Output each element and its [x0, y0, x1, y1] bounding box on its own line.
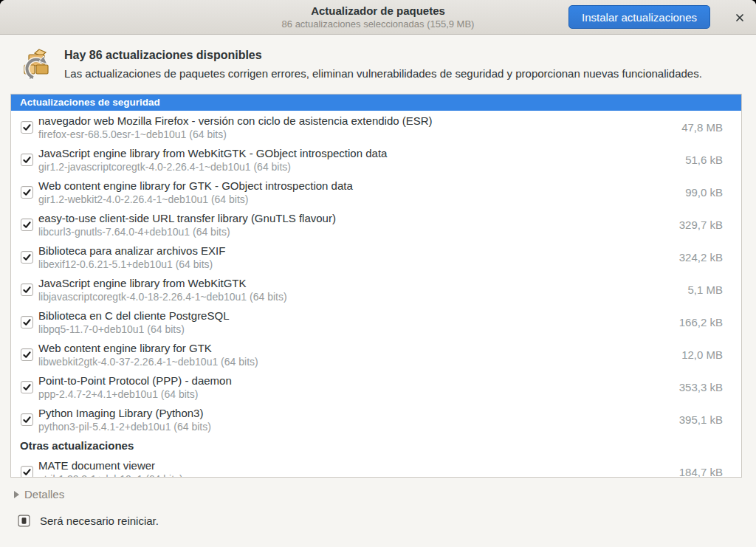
package-text: Biblioteca para analizar archivos EXIF l…	[38, 244, 225, 271]
package-version: gir1.2-javascriptcoregtk-4.0-2.26.4-1~de…	[38, 160, 387, 173]
package-version: ppp-2.4.7-2+4.1+deb10u1 (64 bits)	[38, 388, 232, 401]
close-button[interactable]	[731, 9, 749, 27]
package-checkbox[interactable]	[21, 283, 33, 296]
checkmark-icon	[22, 317, 32, 327]
package-checkbox[interactable]	[21, 121, 33, 134]
package-checkbox[interactable]	[21, 316, 33, 328]
checkmark-icon	[22, 123, 32, 132]
package-size: 184,7 kB	[679, 466, 741, 478]
package-checkbox[interactable]	[21, 219, 33, 231]
package-checkbox[interactable]	[21, 348, 33, 361]
package-text: MATE document viewer atril-1.20.3-1+deb1…	[38, 458, 183, 478]
package-version: gir1.2-webkit2-4.0-2.26.4-1~deb10u1 (64 …	[38, 193, 353, 206]
package-size: 12,0 MB	[681, 348, 741, 361]
details-label: Detalles	[24, 488, 64, 500]
package-summary: Web content engine library for GTK - GOb…	[38, 179, 353, 193]
package-row[interactable]: navegador web Mozilla Firefox - versión …	[11, 111, 741, 143]
package-version: python3-pil-5.4.1-2+deb10u1 (64 bits)	[38, 420, 211, 433]
package-size: 329,7 kB	[679, 219, 741, 231]
restart-icon	[18, 515, 30, 527]
package-size: 47,8 MB	[681, 121, 741, 134]
checkmark-icon	[22, 415, 32, 424]
package-summary: Biblioteca en C del cliente PostgreSQL	[38, 309, 229, 323]
package-summary: Point-to-Point Protocol (PPP) - daemon	[38, 374, 232, 388]
package-row[interactable]: JavaScript engine library from WebKitGTK…	[11, 273, 741, 306]
package-size: 5,1 MB	[687, 283, 741, 296]
checkmark-icon	[22, 382, 32, 392]
package-version: atril-1.20.3-1+deb10u1 (64 bits)	[38, 472, 183, 478]
package-summary: JavaScript engine library from WebKitGTK…	[38, 146, 387, 160]
details-expander[interactable]: Detalles	[14, 488, 64, 500]
restart-notice: Será necesario reiniciar.	[40, 515, 159, 527]
page-description: Las actualizaciones de paquetes corrigen…	[64, 67, 702, 80]
package-summary: Web content engine library for GTK	[38, 341, 258, 355]
package-size: 51,6 kB	[685, 154, 741, 166]
package-summary: JavaScript engine library from WebKitGTK	[38, 276, 287, 290]
package-version: libexif12-0.6.21-5.1+deb10u1 (64 bits)	[38, 258, 225, 271]
package-checkbox[interactable]	[21, 466, 33, 478]
package-row[interactable]: JavaScript engine library from WebKitGTK…	[11, 143, 741, 176]
package-summary: navegador web Mozilla Firefox - versión …	[38, 114, 433, 128]
package-text: JavaScript engine library from WebKitGTK…	[38, 146, 387, 173]
software-updater-icon	[18, 47, 53, 82]
package-updater-window: Actualizador de paquetes 86 actualizacio…	[0, 0, 756, 547]
package-size: 353,3 kB	[679, 381, 741, 393]
package-row[interactable]: Python Imaging Library (Python3) python3…	[11, 403, 741, 436]
package-version: firefox-esr-68.5.0esr-1~deb10u1 (64 bits…	[38, 128, 433, 141]
updates-list[interactable]: Actualizaciones de seguridad navegador w…	[10, 94, 742, 478]
package-size: 166,2 kB	[679, 316, 741, 328]
package-checkbox[interactable]	[21, 381, 33, 393]
close-icon	[735, 13, 745, 23]
package-version: libwebkit2gtk-4.0-37-2.26.4-1~deb10u1 (6…	[38, 355, 258, 368]
package-row[interactable]: Web content engine library for GTK - GOb…	[11, 176, 741, 208]
checkmark-icon	[22, 188, 32, 197]
package-summary: easy-to-use client-side URL transfer lib…	[38, 211, 336, 225]
package-row[interactable]: Point-to-Point Protocol (PPP) - daemon p…	[11, 371, 741, 403]
checkmark-icon	[22, 285, 32, 295]
package-text: easy-to-use client-side URL transfer lib…	[38, 211, 336, 238]
package-row[interactable]: Biblioteca en C del cliente PostgreSQL l…	[11, 306, 741, 338]
package-size: 324,2 kB	[679, 251, 741, 264]
page-header: Hay 86 actualizaciones disponibles Las a…	[0, 35, 756, 94]
install-updates-button[interactable]: Instalar actualizaciones	[568, 5, 710, 29]
package-text: navegador web Mozilla Firefox - versión …	[38, 114, 433, 141]
package-summary: Biblioteca para analizar archivos EXIF	[38, 244, 225, 258]
package-row[interactable]: Web content engine library for GTK libwe…	[11, 338, 741, 371]
restart-notice-row: Será necesario reiniciar.	[18, 515, 756, 527]
section-header: Otras actualizaciones	[11, 436, 741, 455]
page-header-text: Hay 86 actualizaciones disponibles Las a…	[64, 49, 702, 80]
package-version: libjavascriptcoregtk-4.0-18-2.26.4-1~deb…	[38, 290, 287, 303]
checkmark-icon	[22, 252, 32, 262]
package-summary: Python Imaging Library (Python3)	[38, 406, 211, 420]
package-row[interactable]: easy-to-use client-side URL transfer lib…	[11, 208, 741, 241]
titlebar[interactable]: Actualizador de paquetes 86 actualizacio…	[0, 0, 756, 35]
package-checkbox[interactable]	[21, 154, 33, 166]
package-row[interactable]: MATE document viewer atril-1.20.3-1+deb1…	[11, 455, 741, 478]
checkmark-icon	[22, 350, 32, 359]
package-version: libpq5-11.7-0+deb10u1 (64 bits)	[38, 323, 229, 336]
page-title: Hay 86 actualizaciones disponibles	[64, 49, 702, 62]
checkmark-icon	[22, 467, 32, 477]
checkmark-icon	[22, 220, 32, 230]
package-row[interactable]: Biblioteca para analizar archivos EXIF l…	[11, 241, 741, 273]
package-size: 395,1 kB	[679, 413, 741, 426]
checkmark-icon	[22, 155, 32, 165]
package-checkbox[interactable]	[21, 413, 33, 426]
package-text: Web content engine library for GTK - GOb…	[38, 179, 353, 206]
package-text: Point-to-Point Protocol (PPP) - daemon p…	[38, 374, 232, 401]
package-size: 99,0 kB	[685, 186, 741, 199]
package-text: Python Imaging Library (Python3) python3…	[38, 406, 211, 433]
package-checkbox[interactable]	[21, 186, 33, 199]
package-summary: MATE document viewer	[38, 458, 183, 472]
package-text: JavaScript engine library from WebKitGTK…	[38, 276, 287, 303]
package-text: Web content engine library for GTK libwe…	[38, 341, 258, 368]
section-header: Actualizaciones de seguridad	[11, 94, 741, 111]
package-version: libcurl3-gnutls-7.64.0-4+deb10u1 (64 bit…	[38, 225, 336, 238]
package-text: Biblioteca en C del cliente PostgreSQL l…	[38, 309, 229, 336]
expander-arrow-icon	[14, 491, 19, 498]
package-checkbox[interactable]	[21, 251, 33, 264]
updates-list-body: Actualizaciones de seguridad navegador w…	[11, 94, 741, 478]
